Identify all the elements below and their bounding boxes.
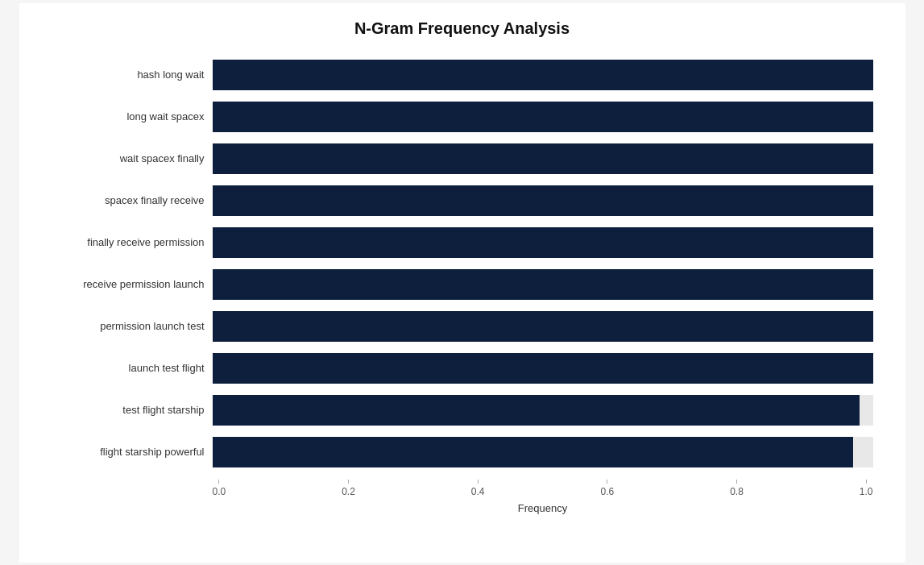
bar-track (213, 227, 873, 258)
x-tick-container: 0.00.20.40.60.81.0 (213, 480, 873, 497)
bar-label: permission launch test (52, 320, 213, 332)
bar-row: launch test flight (52, 347, 873, 389)
bar-row: finally receive permission (52, 222, 873, 264)
chart-title: N-Gram Frequency Analysis (52, 19, 873, 38)
x-tick: 0.6 (600, 480, 614, 497)
bar-row: receive permission launch (52, 264, 873, 305)
chart-area: hash long waitlong wait spacexwait space… (52, 54, 873, 473)
bar-fill (213, 437, 853, 467)
bar-fill (213, 227, 873, 258)
x-tick: 0.4 (471, 480, 485, 497)
x-tick-line (736, 480, 737, 484)
x-tick-line (218, 480, 219, 484)
bar-fill (213, 395, 860, 426)
x-axis-label: Frequency (213, 502, 873, 514)
bar-label: test flight starship (52, 404, 213, 416)
bar-track (213, 60, 873, 90)
bar-row: permission launch test (52, 305, 873, 347)
bar-row: test flight starship (52, 389, 873, 431)
x-tick: 0.2 (342, 480, 355, 497)
x-tick-label: 0.0 (213, 486, 226, 497)
bar-label: flight starship powerful (52, 446, 213, 458)
x-tick-line (478, 480, 479, 484)
x-tick-label: 1.0 (860, 486, 873, 497)
bar-track (213, 269, 873, 300)
x-tick-line (607, 480, 607, 484)
x-tick: 0.8 (730, 480, 744, 497)
bar-track (213, 311, 873, 342)
bar-fill (213, 353, 873, 384)
bar-fill (213, 60, 873, 90)
bar-row: flight starship powerful (52, 431, 873, 473)
x-tick-label: 0.4 (471, 486, 485, 497)
bar-row: spacex finally receive (52, 180, 873, 222)
bar-track (213, 185, 873, 216)
bar-row: long wait spacex (52, 96, 873, 138)
x-tick: 1.0 (860, 480, 873, 497)
x-axis: 0.00.20.40.60.81.0 (213, 480, 873, 497)
bar-track (213, 437, 873, 467)
bar-row: hash long wait (52, 54, 873, 96)
bar-label: wait spacex finally (52, 152, 213, 164)
bar-track (213, 143, 873, 174)
x-tick-label: 0.2 (342, 486, 355, 497)
bar-fill (213, 102, 873, 132)
bar-fill (213, 311, 873, 342)
bar-row: wait spacex finally (52, 138, 873, 180)
bar-label: spacex finally receive (52, 194, 213, 206)
bar-label: receive permission launch (52, 278, 213, 290)
bar-fill (213, 269, 873, 300)
bar-track (213, 395, 873, 426)
x-tick-line (866, 480, 867, 484)
chart-container: N-Gram Frequency Analysis hash long wait… (19, 3, 905, 563)
bar-track (213, 353, 873, 384)
bar-track (213, 102, 873, 132)
bar-label: finally receive permission (52, 236, 213, 248)
bar-fill (213, 185, 873, 216)
x-tick-line (348, 480, 349, 484)
x-tick: 0.0 (213, 480, 226, 497)
bar-label: launch test flight (52, 362, 213, 374)
x-tick-label: 0.6 (600, 486, 614, 497)
bar-label: long wait spacex (52, 110, 213, 123)
bar-fill (213, 143, 873, 174)
x-tick-label: 0.8 (730, 486, 744, 497)
bar-label: hash long wait (52, 69, 213, 81)
